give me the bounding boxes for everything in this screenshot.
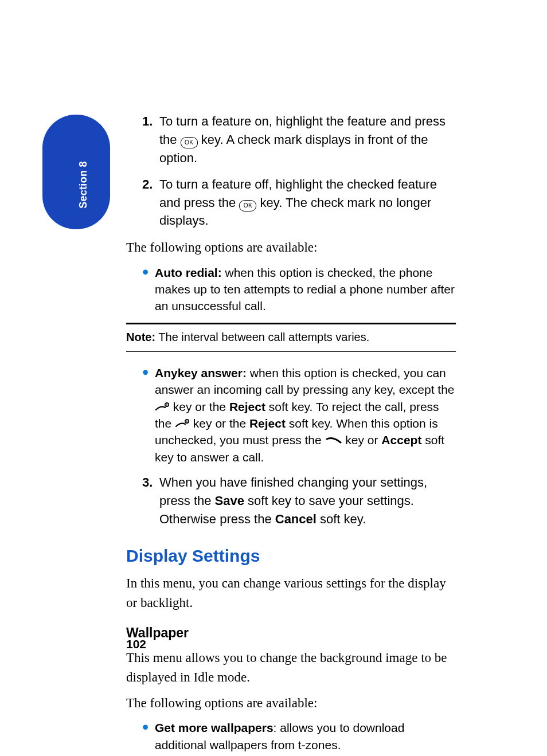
step-text-after: key. A check mark displays in front of t… [159,132,428,165]
bullet-anykey: Anykey answer: when this option is check… [155,365,456,465]
ok-key-icon: OK [181,137,198,148]
bullet-auto-redial: Auto redial: when this option is checked… [155,264,456,315]
seg: soft key. [317,512,366,526]
display-intro: In this menu, you can change various set… [126,574,456,612]
ok-key-icon: OK [239,200,256,211]
reject-label: Reject [249,417,286,430]
seg: key or the [170,400,229,413]
end-call-key-icon [175,416,190,426]
seg: key or the [190,417,249,430]
section-tab: Section 8 [42,115,110,229]
step-2: 2. To turn a feature off, highlight the … [159,175,456,230]
bullet-title: Auto redial: [155,266,222,279]
bullet-title: Anykey answer: [155,366,247,379]
steps-list-bottom: 3. When you have finished changing your … [126,473,456,528]
save-label: Save [215,493,244,508]
bullet-get-more-wallpapers: Get more wallpapers: allows you to downl… [155,719,456,753]
steps-list-top: 1. To turn a feature on, highlight the f… [126,112,456,230]
intro-paragraph: The following options are available: [126,238,456,257]
bullet-list-wallpaper: Get more wallpapers: allows you to downl… [126,719,456,753]
note-text: The interval between call attempts varie… [155,331,369,343]
step-number: 1. [142,112,153,131]
section-tab-label: Section 8 [77,161,89,209]
note-label: Note: [126,331,155,343]
bullet-title: Get more wallpapers [155,721,274,734]
wallpaper-available: The following options are available: [126,694,456,712]
step-number: 2. [142,175,153,194]
wallpaper-intro: This menu allows you to change the backg… [126,648,456,687]
page-content: 1. To turn a feature on, highlight the f… [126,112,456,756]
bullet-list-auto-redial: Auto redial: when this option is checked… [126,264,456,315]
reject-label: Reject [229,400,265,413]
note-block: Note: The interval between call attempts… [126,323,456,352]
step-number: 3. [142,473,153,492]
bullet-list-anykey: Anykey answer: when this option is check… [126,365,456,465]
send-key-icon [325,433,342,442]
seg: key or [342,433,382,446]
step-3: 3. When you have finished changing your … [159,473,456,528]
heading-wallpaper: Wallpaper [126,624,456,643]
heading-display-settings: Display Settings [126,543,456,569]
accept-label: Accept [381,433,421,446]
step-1: 1. To turn a feature on, highlight the f… [159,112,456,167]
page-number: 102 [126,637,146,651]
end-call-key-icon [155,399,170,410]
cancel-label: Cancel [275,512,317,526]
